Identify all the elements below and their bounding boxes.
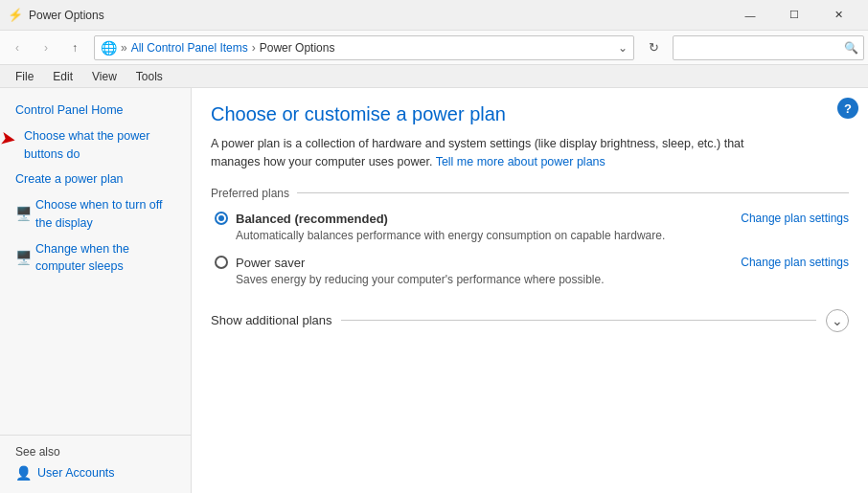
address-dropdown-icon[interactable]: ⌄ <box>618 41 628 55</box>
preferred-plans-header: Preferred plans <box>211 187 849 200</box>
address-bar: ‹ › ↑ 🌐 » All Control Panel Items › Powe… <box>0 31 868 65</box>
see-also-label: See also <box>0 435 191 462</box>
additional-divider <box>341 320 816 321</box>
window-title: Power Options <box>29 9 728 22</box>
main-layout: Control Panel Home ➤ Choose what the pow… <box>0 88 868 493</box>
window-controls: — ☐ ✕ <box>728 0 860 31</box>
menu-file[interactable]: File <box>8 68 41 85</box>
app-icon: ⚡ <box>8 8 23 23</box>
plan-row-balanced: Balanced (recommended) Change plan setti… <box>215 212 849 226</box>
menu-edit[interactable]: Edit <box>45 68 80 85</box>
sidebar-item-computer-sleeps[interactable]: 🖥️ Change when the computer sleeps <box>0 236 191 280</box>
plan-item-balanced: Balanced (recommended) Change plan setti… <box>211 212 849 242</box>
search-wrapper: 🔍 <box>669 35 864 60</box>
page-title: Choose or customise a power plan <box>211 103 849 125</box>
sidebar-item-power-buttons[interactable]: Choose what the power buttons do <box>20 123 191 168</box>
refresh-button[interactable]: ↻ <box>640 34 667 61</box>
sidebar: Control Panel Home ➤ Choose what the pow… <box>0 88 192 493</box>
breadcrumb-current: Power Options <box>260 41 335 55</box>
title-bar: ⚡ Power Options — ☐ ✕ <box>0 0 868 31</box>
more-info-link[interactable]: Tell me more about power plans <box>436 155 605 168</box>
menu-tools[interactable]: Tools <box>128 68 171 85</box>
search-input[interactable] <box>673 35 864 60</box>
change-plan-balanced-link[interactable]: Change plan settings <box>741 212 849 225</box>
show-additional-text: Show additional plans <box>211 313 331 327</box>
minimize-button[interactable]: — <box>728 0 772 31</box>
breadcrumb-icon: 🌐 <box>101 40 117 56</box>
plan-label-power-saver[interactable]: Power saver <box>215 256 305 270</box>
breadcrumb-arrow: › <box>252 41 256 55</box>
show-additional-row: Show additional plans ⌄ <box>211 309 849 332</box>
breadcrumb-all-items[interactable]: All Control Panel Items <box>131 41 248 55</box>
radio-balanced[interactable] <box>215 212 228 225</box>
change-plan-power-saver-link[interactable]: Change plan settings <box>741 256 849 269</box>
forward-button[interactable]: › <box>33 34 59 61</box>
help-button[interactable]: ? <box>837 98 858 119</box>
plan-row-power-saver: Power saver Change plan settings <box>215 256 849 270</box>
content-description: A power plan is a collection of hardware… <box>211 135 786 171</box>
sidebar-item-user-accounts[interactable]: 👤 User Accounts <box>0 462 191 483</box>
arrow-indicator: ➤ <box>0 125 18 151</box>
breadcrumb-separator-dbl: » <box>121 41 127 55</box>
menu-bar: File Edit View Tools <box>0 65 868 88</box>
radio-power-saver[interactable] <box>215 256 228 269</box>
display-icon: 🖥️ <box>15 204 32 224</box>
back-button[interactable]: ‹ <box>4 34 31 61</box>
up-button[interactable]: ↑ <box>61 34 88 61</box>
sidebar-item-create-power-plan[interactable]: Create a power plan <box>0 167 191 192</box>
plan-item-power-saver: Power saver Change plan settings Saves e… <box>211 256 849 286</box>
plan-label-balanced[interactable]: Balanced (recommended) <box>215 212 388 226</box>
plan-desc-power-saver: Saves energy by reducing your computer's… <box>215 273 849 286</box>
sidebar-item-turn-off-display[interactable]: 🖥️ Choose when to turn off the display <box>0 192 191 236</box>
sidebar-item-control-panel-home[interactable]: Control Panel Home <box>0 98 191 123</box>
show-additional-button[interactable]: ⌄ <box>826 309 849 332</box>
close-button[interactable]: ✕ <box>816 0 860 31</box>
radio-inner-balanced <box>218 215 224 221</box>
plan-desc-balanced: Automatically balances performance with … <box>215 229 849 242</box>
user-accounts-icon: 👤 <box>15 465 32 481</box>
sleep-icon: 🖥️ <box>15 248 32 268</box>
maximize-button[interactable]: ☐ <box>772 0 816 31</box>
address-path[interactable]: 🌐 » All Control Panel Items › Power Opti… <box>94 35 634 60</box>
menu-view[interactable]: View <box>84 68 125 85</box>
content-area: ? Choose or customise a power plan A pow… <box>192 88 868 493</box>
